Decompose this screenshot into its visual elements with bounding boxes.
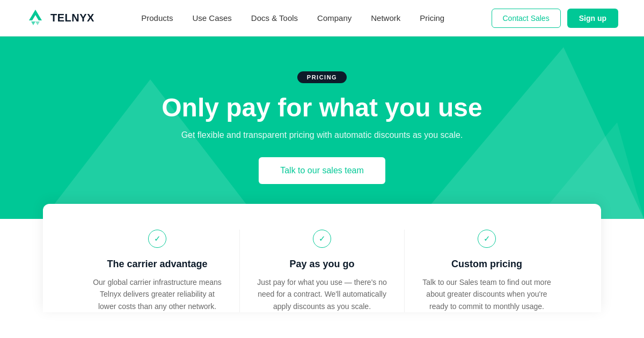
svg-marker-0	[29, 10, 42, 20]
nav-links: Products Use Cases Docs & Tools Company …	[141, 13, 444, 23]
nav-item-pricing[interactable]: Pricing	[420, 13, 444, 23]
pricing-badge: PRICING	[297, 71, 347, 83]
feature-title-2: Pay as you go	[257, 259, 387, 270]
logo-link[interactable]: TELNYX	[26, 9, 94, 28]
talk-to-sales-button[interactable]: Talk to our sales team	[259, 157, 385, 184]
signup-button[interactable]: Sign up	[567, 9, 618, 28]
svg-marker-2	[35, 21, 40, 25]
feature-pay-as-you-go: ✓ Pay as you go Just pay for what you us…	[240, 230, 405, 312]
nav-actions: Contact Sales Sign up	[492, 9, 619, 28]
feature-desc-3: Talk to our Sales team to find out more …	[422, 276, 552, 312]
feature-title-3: Custom pricing	[422, 259, 552, 270]
telnyx-logo-icon	[26, 9, 45, 28]
nav-item-products[interactable]: Products	[141, 13, 173, 23]
hero-content: PRICING Only pay for what you use Get fl…	[162, 71, 482, 185]
feature-title-1: The carrier advantage	[92, 259, 222, 270]
feature-desc-2: Just pay for what you use — there's no n…	[257, 276, 387, 312]
feature-carrier-advantage: ✓ The carrier advantage Our global carri…	[75, 230, 240, 312]
hero-section: PRICING Only pay for what you use Get fl…	[0, 36, 644, 219]
feature-desc-1: Our global carrier infrastructure means …	[92, 276, 222, 312]
nav-item-network[interactable]: Network	[371, 13, 400, 23]
nav-item-use-cases[interactable]: Use Cases	[192, 13, 231, 23]
logo-text: TELNYX	[50, 12, 94, 24]
check-icon-1: ✓	[148, 230, 166, 248]
features-section: ✓ The carrier advantage Our global carri…	[43, 204, 601, 312]
svg-marker-1	[31, 21, 35, 25]
check-icon-2: ✓	[313, 230, 331, 248]
hero-subtitle: Get flexible and transparent pricing wit…	[162, 130, 482, 140]
navbar: TELNYX Products Use Cases Docs & Tools C…	[0, 0, 644, 36]
contact-sales-button[interactable]: Contact Sales	[492, 9, 561, 28]
feature-custom-pricing: ✓ Custom pricing Talk to our Sales team …	[405, 230, 569, 312]
nav-item-company[interactable]: Company	[317, 13, 352, 23]
hero-title: Only pay for what you use	[162, 94, 482, 122]
check-icon-3: ✓	[478, 230, 496, 248]
nav-item-docs-tools[interactable]: Docs & Tools	[251, 13, 298, 23]
